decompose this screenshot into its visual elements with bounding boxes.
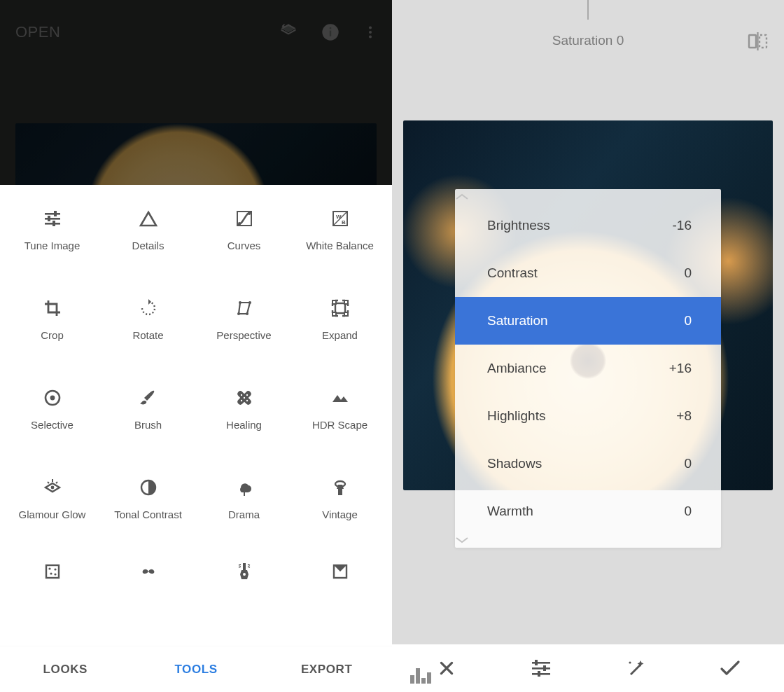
grainy-icon: [36, 560, 69, 583]
compare-icon[interactable]: [748, 32, 769, 50]
adjust-row-saturation[interactable]: Saturation0: [455, 297, 721, 345]
tonal-icon: [132, 473, 165, 501]
pane-tools: OPEN Tune ImageDetailsCurvesWhite Balanc…: [0, 0, 392, 692]
tool-moustache[interactable]: [100, 556, 196, 590]
tool-hdr[interactable]: HDR Scape: [292, 377, 388, 466]
svg-rect-7: [760, 35, 766, 48]
open-button[interactable]: OPEN: [15, 23, 60, 41]
svg-point-3: [369, 27, 372, 29]
bottom-tab-bar: LOOKS TOOLS EXPORT: [0, 646, 392, 692]
svg-rect-14: [532, 667, 550, 670]
current-param-name: Saturation: [552, 33, 613, 48]
tool-vintage[interactable]: Vintage: [292, 466, 388, 556]
svg-rect-15: [532, 673, 550, 675]
tool-expand[interactable]: Expand: [292, 287, 388, 377]
healing-icon: [227, 384, 261, 412]
auto-magic-button[interactable]: [611, 651, 660, 685]
adjust-row-ambiance[interactable]: Ambiance+16: [455, 345, 721, 392]
glow-icon: [36, 473, 69, 501]
tune-icon: [36, 205, 69, 233]
adjust-row-brightness[interactable]: Brightness-16: [455, 202, 721, 249]
adjust-value: +8: [676, 408, 692, 424]
info-icon[interactable]: [321, 22, 340, 42]
tool-details[interactable]: Details: [100, 198, 196, 287]
overflow-menu-icon[interactable]: [363, 22, 378, 42]
adjust-row-contrast[interactable]: Contrast0: [455, 249, 721, 297]
tool-label: Tune Image: [24, 240, 80, 253]
tool-perspective[interactable]: Perspective: [196, 287, 292, 377]
svg-point-5: [369, 35, 372, 38]
svg-rect-11: [421, 678, 426, 684]
tool-healing[interactable]: Healing: [196, 377, 292, 466]
tool-crop[interactable]: Crop: [4, 287, 100, 377]
curves-icon: [227, 205, 261, 233]
tool-label: Healing: [226, 419, 262, 432]
crop-icon: [36, 294, 69, 322]
tool-grainy[interactable]: [4, 556, 100, 590]
wb-icon: [323, 205, 357, 233]
adjust-row-shadows[interactable]: Shadows0: [455, 440, 721, 487]
svg-point-19: [629, 661, 631, 663]
tool-selective[interactable]: Selective: [4, 377, 100, 466]
adjust-name: Saturation: [487, 313, 548, 328]
tool-rotate[interactable]: Rotate: [100, 287, 196, 377]
pane-tune-image: Saturation 0 Brightness-16Contrast0Satur…: [392, 0, 784, 692]
svg-rect-17: [543, 665, 546, 671]
adjust-name: Shadows: [487, 456, 542, 471]
tool-label: Expand: [322, 329, 358, 342]
top-action-icons: [279, 22, 378, 42]
editor-preview-dimmed: OPEN: [0, 0, 392, 185]
drama-icon: [227, 473, 261, 501]
adjust-sliders-button[interactable]: [517, 651, 566, 685]
tool-tune[interactable]: Tune Image: [4, 198, 100, 287]
edit-stack-icon[interactable]: [279, 22, 298, 42]
svg-rect-6: [749, 35, 756, 48]
apply-button[interactable]: [706, 651, 755, 685]
svg-rect-2: [330, 27, 331, 29]
tool-label: Glamour Glow: [19, 508, 86, 522]
tool-frame[interactable]: [292, 556, 388, 590]
adjust-value: 0: [684, 265, 692, 281]
adjust-name: Highlights: [487, 408, 545, 424]
tool-label: Selective: [31, 419, 74, 432]
tool-brush[interactable]: Brush: [100, 377, 196, 466]
tool-guitar[interactable]: [196, 556, 292, 590]
adjustment-header: Saturation 0: [392, 0, 784, 81]
editor-footer: [392, 644, 784, 692]
tool-tonal[interactable]: Tonal Contrast: [100, 466, 196, 556]
tool-wb[interactable]: White Balance: [292, 198, 388, 287]
chevron-down-icon: [455, 535, 721, 545]
editor-canvas[interactable]: Brightness-16Contrast0Saturation0Ambianc…: [392, 81, 784, 644]
tool-drama[interactable]: Drama: [196, 466, 292, 556]
svg-rect-16: [535, 660, 538, 665]
details-icon: [132, 205, 165, 233]
tool-curves[interactable]: Curves: [196, 198, 292, 287]
svg-rect-8: [757, 32, 758, 50]
svg-rect-9: [410, 675, 414, 684]
selective-icon: [36, 384, 69, 412]
svg-rect-12: [427, 672, 431, 684]
tab-looks[interactable]: LOOKS: [0, 663, 131, 677]
tool-label: Curves: [227, 240, 261, 253]
svg-rect-1: [330, 31, 331, 36]
adjust-value: +16: [669, 361, 692, 376]
tool-label: Details: [132, 240, 164, 253]
adjust-row-highlights[interactable]: Highlights+8: [455, 392, 721, 440]
tool-label: Rotate: [132, 329, 163, 342]
histogram-icon[interactable]: [410, 668, 434, 684]
tools-grid: Tune ImageDetailsCurvesWhite BalanceCrop…: [0, 198, 392, 646]
tool-label: HDR Scape: [312, 419, 368, 432]
adjust-name: Warmth: [487, 504, 533, 519]
svg-point-4: [369, 31, 372, 34]
tool-glow[interactable]: Glamour Glow: [4, 466, 100, 556]
adjust-value: 0: [684, 313, 692, 328]
guitar-icon: [227, 560, 261, 583]
brush-icon: [132, 384, 165, 412]
adjust-row-warmth[interactable]: Warmth0: [455, 487, 721, 535]
adjustments-overlay[interactable]: Brightness-16Contrast0Saturation0Ambianc…: [455, 189, 721, 548]
tab-export[interactable]: EXPORT: [261, 663, 392, 677]
tab-tools[interactable]: TOOLS: [131, 663, 262, 677]
adjust-name: Ambiance: [487, 361, 547, 376]
moustache-icon: [132, 560, 165, 583]
slider-center-tick: [587, 0, 589, 20]
